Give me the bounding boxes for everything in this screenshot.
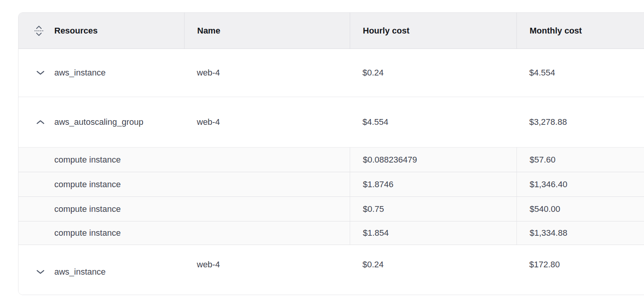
table-row[interactable]: aws_instance web-4 $0.24 $4.554	[18, 49, 644, 97]
monthly-cost-value: $4.554	[529, 68, 555, 78]
cost-component-label: compute instance	[54, 204, 121, 214]
resource-name: web-4	[197, 260, 220, 270]
column-header-monthly-cost: Monthly cost	[517, 13, 644, 49]
chevron-up-icon[interactable]	[36, 118, 45, 126]
monthly-cost-value: $540.00	[530, 204, 560, 214]
column-header-name: Name	[184, 13, 350, 49]
column-header-resources: Resources	[18, 13, 184, 49]
cost-component-row: compute instance $0.75 $540.00	[18, 197, 644, 221]
monthly-cost-value: $1,334.88	[530, 228, 567, 238]
cost-component-row: compute instance $0.088236479 $57.60	[18, 148, 644, 172]
monthly-cost-value: $3,278.88	[529, 117, 567, 127]
column-header-label: Resources	[54, 26, 98, 36]
column-header-label: Hourly cost	[363, 26, 409, 36]
hourly-cost-value: $0.24	[362, 68, 384, 78]
resource-name: web-4	[197, 68, 220, 78]
resource-type-label: aws_autoscaling_group	[54, 117, 143, 127]
hourly-cost-value: $0.088236479	[363, 155, 417, 165]
monthly-cost-value: $57.60	[530, 155, 555, 165]
monthly-cost-value: $1,346.40	[530, 180, 567, 190]
cost-component-row: compute instance $1.8746 $1,346.40	[18, 172, 644, 197]
monthly-cost-value: $172.80	[529, 260, 560, 270]
column-header-hourly-cost: Hourly cost	[350, 13, 517, 49]
column-header-label: Name	[197, 26, 220, 36]
cost-component-label: compute instance	[54, 155, 121, 165]
app-canvas: Resources Name Hourly cost Monthly cost …	[0, 0, 644, 307]
hourly-cost-value: $0.75	[363, 204, 384, 214]
cost-component-label: compute instance	[54, 180, 121, 190]
resource-name: web-4	[197, 117, 220, 127]
hourly-cost-value: $0.24	[362, 260, 384, 270]
cost-component-label: compute instance	[54, 228, 121, 238]
hourly-cost-value: $1.8746	[363, 180, 394, 190]
chevron-down-icon[interactable]	[36, 268, 45, 276]
resource-type-label: aws_instance	[54, 267, 106, 277]
hourly-cost-value: $4.554	[362, 117, 388, 127]
table-row[interactable]: aws_autoscaling_group web-4 $4.554 $3,27…	[18, 97, 644, 148]
resource-type-label: aws_instance	[54, 68, 106, 78]
cost-component-row: compute instance $1.854 $1,334.88	[18, 221, 644, 245]
cost-breakdown-table: Resources Name Hourly cost Monthly cost …	[18, 12, 644, 295]
sort-reorder-icon[interactable]	[34, 25, 44, 37]
column-header-label: Monthly cost	[530, 26, 582, 36]
table-row[interactable]: aws_instance web-4 $0.24 $172.80	[18, 245, 644, 295]
hourly-cost-value: $1.854	[363, 228, 389, 238]
table-header-row: Resources Name Hourly cost Monthly cost	[18, 13, 644, 49]
chevron-down-icon[interactable]	[36, 69, 45, 77]
